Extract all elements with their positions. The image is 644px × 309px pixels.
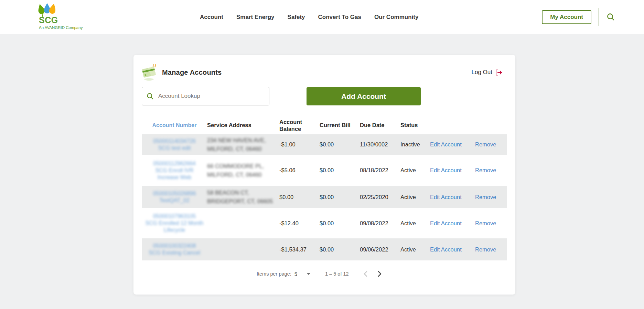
logout-label: Log Out bbox=[472, 69, 493, 76]
paginator: Items per page: 5 1 – 5 of 12 bbox=[257, 267, 382, 281]
current-bill-cell: $0.00 bbox=[320, 141, 360, 148]
account-number-link[interactable]: 05000105026896TestQAT_02 bbox=[142, 190, 207, 204]
edit-account-link[interactable]: Edit Account bbox=[430, 167, 475, 174]
due-date-cell: 11/30/0002 bbox=[360, 141, 400, 148]
table-row: 05000107963105SCG Enrolled 12 MonthLifec… bbox=[142, 208, 507, 238]
my-account-button[interactable]: My Account bbox=[542, 10, 591, 24]
current-bill-cell: $0.00 bbox=[320, 246, 360, 253]
manage-accounts-card: Manage Accounts Log Out Add Account bbox=[133, 55, 515, 295]
remove-link[interactable]: Remove bbox=[475, 246, 507, 253]
chevron-left-icon bbox=[363, 271, 368, 277]
add-account-button[interactable]: Add Account bbox=[307, 87, 421, 105]
account-lookup-input[interactable] bbox=[158, 92, 265, 100]
brand-tagline: An AVANGRID Company bbox=[39, 25, 83, 30]
header-right: My Account bbox=[542, 0, 615, 34]
edit-account-link[interactable]: Edit Account bbox=[430, 246, 475, 253]
logout-icon bbox=[495, 69, 502, 76]
nav-item-our-community[interactable]: Our Community bbox=[374, 14, 418, 21]
table-row: 05000112962664SCG Enroll IVRIncrease Web… bbox=[142, 155, 507, 186]
col-header-account-number: Account Number bbox=[142, 122, 207, 129]
remove-link[interactable]: Remove bbox=[475, 141, 507, 148]
items-per-page-select[interactable] bbox=[307, 273, 311, 275]
table-row: 05000114034726SCG test edit 234 NEW HAVE… bbox=[142, 134, 507, 155]
header-divider bbox=[599, 8, 599, 26]
account-number-link[interactable]: 05000107963105SCG Enrolled 12 MonthLifec… bbox=[142, 213, 207, 234]
account-balance-cell: -$1.00 bbox=[279, 141, 320, 148]
remove-link[interactable]: Remove bbox=[475, 167, 507, 174]
accounts-table: Account Number Service Address Account B… bbox=[142, 116, 507, 260]
due-date-cell: 08/18/2022 bbox=[360, 167, 400, 174]
header-search-button[interactable] bbox=[607, 13, 615, 21]
current-bill-cell: $0.00 bbox=[320, 220, 360, 227]
site-header: SCG An AVANGRID Company Account Smart En… bbox=[0, 0, 644, 34]
credit-card-icon bbox=[142, 63, 158, 81]
status-cell: Inactive bbox=[400, 141, 430, 148]
page-range-label: 1 – 5 of 12 bbox=[325, 271, 349, 277]
brand-logo[interactable]: SCG An AVANGRID Company bbox=[36, 3, 83, 30]
items-per-page-label: Items per page: bbox=[257, 271, 291, 277]
table-header-row: Account Number Service Address Account B… bbox=[142, 116, 507, 134]
remove-link[interactable]: Remove bbox=[475, 194, 507, 200]
account-number-link[interactable]: 05000100322408SCG Existing Cancel bbox=[142, 243, 207, 256]
col-header-account-balance: Account Balance bbox=[279, 119, 320, 132]
nav-item-convert-to-gas[interactable]: Convert To Gas bbox=[318, 14, 361, 21]
chevron-right-icon bbox=[377, 271, 382, 277]
due-date-cell: 09/08/2022 bbox=[360, 220, 400, 227]
col-header-status: Status bbox=[400, 122, 430, 128]
nav-item-smart-energy[interactable]: Smart Energy bbox=[236, 14, 275, 21]
col-header-service-address: Service Address bbox=[207, 122, 279, 128]
account-balance-cell: $0.00 bbox=[279, 194, 320, 200]
edit-account-link[interactable]: Edit Account bbox=[430, 220, 475, 227]
nav-item-account[interactable]: Account bbox=[200, 14, 223, 21]
search-icon bbox=[607, 13, 615, 21]
page-title: Manage Accounts bbox=[162, 69, 222, 76]
main-nav: Account Smart Energy Safety Convert To G… bbox=[200, 0, 418, 34]
card-header: Manage Accounts Log Out bbox=[142, 64, 502, 81]
account-balance-cell: -$12.40 bbox=[279, 220, 320, 227]
col-header-current-bill: Current Bill bbox=[320, 122, 360, 128]
col-header-due-date: Due Date bbox=[360, 122, 400, 128]
remove-link[interactable]: Remove bbox=[475, 220, 507, 227]
account-balance-cell: -$5.06 bbox=[279, 167, 320, 174]
search-icon bbox=[147, 93, 154, 100]
edit-account-link[interactable]: Edit Account bbox=[430, 194, 475, 200]
logout-button[interactable]: Log Out bbox=[472, 69, 503, 76]
account-balance-cell: -$1,534.37 bbox=[279, 246, 320, 253]
table-row: 05000100322408SCG Existing Cancel -$1,53… bbox=[142, 238, 507, 260]
account-lookup-box bbox=[142, 87, 269, 105]
status-cell: Active bbox=[400, 246, 430, 253]
account-number-link[interactable]: 05000112962664SCG Enroll IVRIncrease Web bbox=[142, 160, 207, 181]
service-address-cell: 234 NEW HAVEN AVE,MILFORD, CT, 06460 bbox=[207, 136, 279, 153]
card-controls: Add Account bbox=[142, 87, 507, 105]
brand-name: SCG bbox=[39, 16, 83, 24]
status-cell: Active bbox=[400, 194, 430, 200]
next-page-button[interactable] bbox=[377, 271, 382, 277]
service-address-cell: 66 COMMODORE PL,MILFORD, CT, 06460 bbox=[207, 162, 279, 179]
nav-item-safety[interactable]: Safety bbox=[288, 14, 305, 21]
due-date-cell: 02/25/2020 bbox=[360, 194, 400, 200]
status-cell: Active bbox=[400, 220, 430, 227]
status-cell: Active bbox=[400, 167, 430, 174]
current-bill-cell: $0.00 bbox=[320, 194, 360, 200]
current-bill-cell: $0.00 bbox=[320, 167, 360, 174]
items-per-page-value: 5 bbox=[294, 271, 297, 277]
service-address-cell: 58 BEACON CT,BRIDGEPORT, CT, 06605 bbox=[207, 188, 279, 206]
edit-account-link[interactable]: Edit Account bbox=[430, 141, 475, 148]
previous-page-button[interactable] bbox=[363, 271, 368, 277]
due-date-cell: 09/06/2022 bbox=[360, 246, 400, 253]
account-number-link[interactable]: 05000114034726SCG test edit bbox=[142, 138, 207, 152]
table-row: 05000105026896TestQAT_02 58 BEACON CT,BR… bbox=[142, 186, 507, 208]
chevron-down-icon bbox=[307, 273, 311, 275]
